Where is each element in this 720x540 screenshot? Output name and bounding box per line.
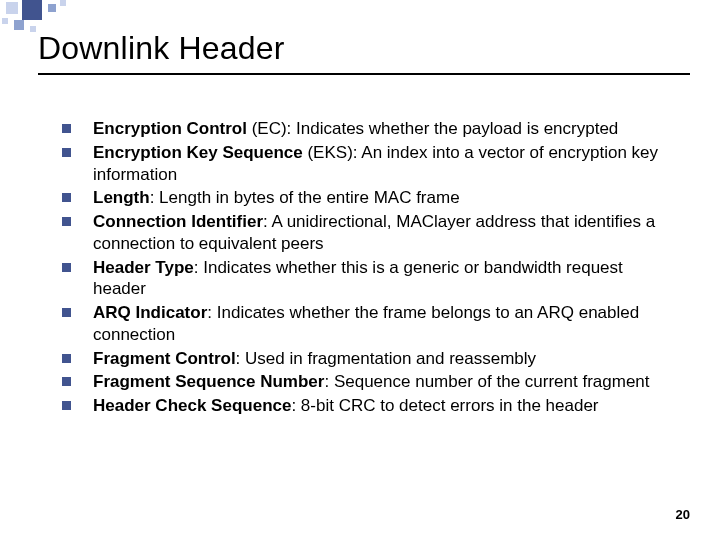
list-item: Encryption Key Sequence (EKS): An index …	[60, 142, 680, 186]
slide-title: Downlink Header	[38, 30, 690, 67]
bullet-icon	[62, 263, 71, 272]
list-item-text: Connection Identifier: A unidirectional,…	[93, 211, 680, 255]
list-item: Length: Length in bytes of the entire MA…	[60, 187, 680, 209]
bullet-icon	[62, 124, 71, 133]
list-item-text: Encryption Control (EC): Indicates wheth…	[93, 118, 680, 140]
list-item: Fragment Sequence Number: Sequence numbe…	[60, 371, 680, 393]
bullet-icon	[62, 354, 71, 363]
list-item: Connection Identifier: A unidirectional,…	[60, 211, 680, 255]
list-item: Fragment Control: Used in fragmentation …	[60, 348, 680, 370]
list-item: Encryption Control (EC): Indicates wheth…	[60, 118, 680, 140]
title-block: Downlink Header	[38, 30, 690, 75]
list-item: Header Type: Indicates whether this is a…	[60, 257, 680, 301]
bullet-icon	[62, 148, 71, 157]
list-item-text: Header Check Sequence: 8-bit CRC to dete…	[93, 395, 680, 417]
bullet-icon	[62, 217, 71, 226]
list-item-text: ARQ Indicator: Indicates whether the fra…	[93, 302, 680, 346]
title-rule	[38, 73, 690, 75]
bullet-icon	[62, 308, 71, 317]
list-item: Header Check Sequence: 8-bit CRC to dete…	[60, 395, 680, 417]
bullet-icon	[62, 193, 71, 202]
bullet-list: Encryption Control (EC): Indicates wheth…	[60, 118, 680, 419]
bullet-icon	[62, 377, 71, 386]
page-number: 20	[676, 507, 690, 522]
list-item-text: Fragment Sequence Number: Sequence numbe…	[93, 371, 680, 393]
list-item-text: Header Type: Indicates whether this is a…	[93, 257, 680, 301]
list-item-text: Length: Length in bytes of the entire MA…	[93, 187, 680, 209]
list-item-text: Encryption Key Sequence (EKS): An index …	[93, 142, 680, 186]
list-item: ARQ Indicator: Indicates whether the fra…	[60, 302, 680, 346]
list-item-text: Fragment Control: Used in fragmentation …	[93, 348, 680, 370]
bullet-icon	[62, 401, 71, 410]
